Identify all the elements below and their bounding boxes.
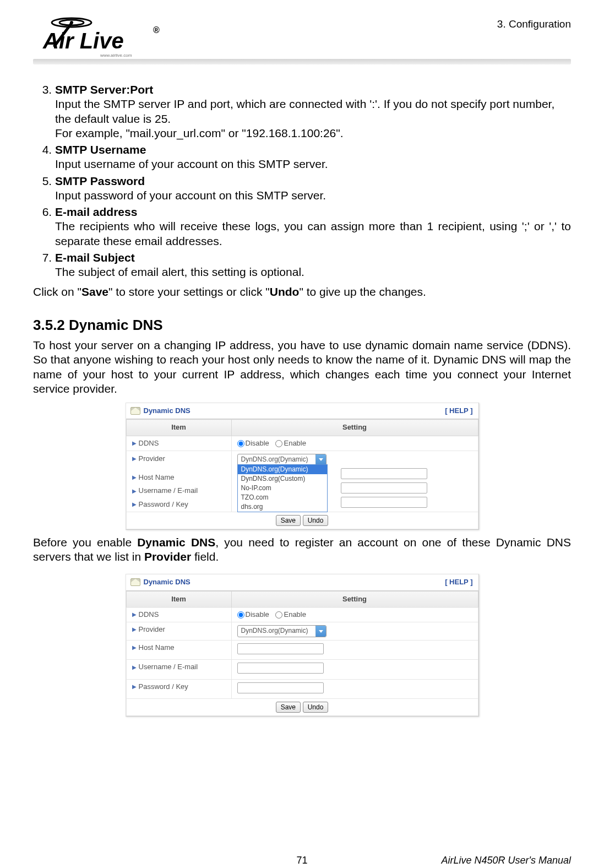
dropdown-arrow-button[interactable] <box>315 454 326 465</box>
mail-icon <box>130 578 140 586</box>
triangle-icon: ▶ <box>132 455 137 463</box>
provider-dropdown[interactable]: DynDNS.org(Dynamic) <box>237 625 327 637</box>
mail-icon <box>130 407 140 415</box>
numbered-list: SMTP Server:Port Input the SMTP server I… <box>33 83 571 279</box>
save-button[interactable]: Save <box>276 702 301 713</box>
username-input[interactable] <box>237 663 324 674</box>
text: " to give up the changes. <box>299 285 426 298</box>
dropdown-option[interactable]: DynDNS.org(Dynamic) <box>238 465 327 474</box>
panel-title: Dynamic DNS <box>144 406 191 415</box>
hostname-input[interactable] <box>237 643 324 654</box>
row-label-ddns: DDNS <box>139 610 159 619</box>
page-number: 71 <box>296 855 307 865</box>
save-bold: Save <box>81 285 108 298</box>
save-button[interactable]: Save <box>276 515 301 526</box>
triangle-icon: ▶ <box>132 474 137 481</box>
triangle-icon: ▶ <box>132 440 137 447</box>
dropdown-option[interactable]: TZO.com <box>238 493 327 502</box>
li-body: The subject of email alert, this setting… <box>55 265 571 279</box>
triangle-icon: ▶ <box>132 488 137 495</box>
li-title: E-mail address <box>55 205 137 218</box>
dropdown-value: DynDNS.org(Dynamic) <box>238 454 315 465</box>
dynamic-dns-panel-closed: Dynamic DNS [ HELP ] Item Setting ▶DDNS … <box>126 574 479 717</box>
text: Click on " <box>33 285 81 298</box>
li-body: Input username of your account on this S… <box>55 157 571 171</box>
dropdown-option[interactable]: dhs.org <box>238 502 327 512</box>
triangle-icon: ▶ <box>132 683 137 691</box>
header-divider <box>33 59 571 64</box>
help-link[interactable]: [ HELP ] <box>445 578 472 587</box>
svg-text:www.airlive.com: www.airlive.com <box>100 53 132 58</box>
bold-text: Provider <box>144 550 191 563</box>
row-label-provider: Provider <box>139 625 165 633</box>
dropdown-option[interactable]: No-IP.com <box>238 484 327 493</box>
undo-bold: Undo <box>270 285 300 298</box>
undo-button[interactable]: Undo <box>303 702 329 713</box>
col-item: Item <box>126 420 231 436</box>
triangle-icon: ▶ <box>132 664 137 671</box>
password-input[interactable] <box>237 682 324 693</box>
radio-disable[interactable] <box>237 611 244 619</box>
list-item: SMTP Server:Port Input the SMTP server I… <box>55 83 571 140</box>
row-label-host: Host Name <box>139 643 175 652</box>
text: Before you enable <box>33 536 137 549</box>
dropdown-option[interactable]: DynDNS.org(Custom) <box>238 474 327 484</box>
dynamic-dns-panel-open: Dynamic DNS [ HELP ] Item Setting ▶DDNS … <box>126 403 479 530</box>
svg-text:®: ® <box>153 25 160 35</box>
intro-paragraph: To host your server on a changing IP add… <box>33 338 571 396</box>
li-title: SMTP Server:Port <box>55 83 153 96</box>
radio-label-enable: Enable <box>284 610 306 619</box>
triangle-icon: ▶ <box>132 501 137 508</box>
section-heading: 3.5.2 Dynamic DNS <box>33 316 571 334</box>
row-label-user: Username / E-mail <box>139 486 198 495</box>
li-body: Input password of your account on this S… <box>55 188 571 203</box>
radio-label-disable: Disable <box>246 610 269 619</box>
row-label-host: Host Name <box>139 473 175 481</box>
save-undo-para: Click on "Save" to store your settings o… <box>33 285 571 299</box>
li-body: For example, "mail.your_url.com" or "192… <box>55 126 571 140</box>
li-title: E-mail Subject <box>55 251 135 264</box>
password-input[interactable] <box>341 497 427 508</box>
svg-text:Air Live: Air Live <box>42 29 124 53</box>
panel-title: Dynamic DNS <box>144 578 191 587</box>
list-item: E-mail Subject The subject of email aler… <box>55 251 571 280</box>
provider-dropdown-list[interactable]: DynDNS.org(Dynamic) DynDNS.org(Custom) N… <box>237 464 328 512</box>
radio-label-disable: Disable <box>246 439 269 447</box>
hostname-input[interactable] <box>341 468 427 479</box>
triangle-icon: ▶ <box>132 611 137 619</box>
col-setting: Setting <box>231 420 478 436</box>
list-item: SMTP Username Input username of your acc… <box>55 143 571 172</box>
dropdown-arrow-button[interactable] <box>315 626 326 637</box>
li-title: SMTP Username <box>55 143 146 156</box>
list-item: SMTP Password Input password of your acc… <box>55 174 571 203</box>
chevron-down-icon <box>319 630 323 633</box>
manual-name: AirLive N450R User's Manual <box>441 855 571 865</box>
chapter-label: 3. Configuration <box>497 18 571 30</box>
username-input[interactable] <box>341 482 427 493</box>
dropdown-value: DynDNS.org(Dynamic) <box>238 626 315 637</box>
li-title: SMTP Password <box>55 175 145 187</box>
airlive-logo: Air Live ® www.airlive.com <box>33 14 176 60</box>
radio-enable[interactable] <box>275 440 282 447</box>
row-label-pass: Password / Key <box>139 682 188 691</box>
before-paragraph: Before you enable Dynamic DNS, you need … <box>33 535 571 565</box>
radio-label-enable: Enable <box>284 439 306 447</box>
bold-text: Dynamic DNS <box>137 536 215 549</box>
help-link[interactable]: [ HELP ] <box>445 406 472 415</box>
radio-enable[interactable] <box>275 611 282 619</box>
col-item: Item <box>126 591 231 607</box>
li-body: The recipients who will receive these lo… <box>55 219 571 248</box>
chevron-down-icon <box>319 458 323 461</box>
undo-button[interactable]: Undo <box>303 515 329 526</box>
row-label-user: Username / E-mail <box>139 663 198 671</box>
radio-disable[interactable] <box>237 440 244 447</box>
text: " to store your settings or click " <box>108 285 270 298</box>
triangle-icon: ▶ <box>132 626 137 633</box>
li-body: Input the SMTP server IP and port, which… <box>55 97 571 126</box>
col-setting: Setting <box>231 591 478 607</box>
row-label-ddns: DDNS <box>139 439 159 447</box>
text: field. <box>191 550 219 563</box>
triangle-icon: ▶ <box>132 644 137 652</box>
row-label-provider: Provider <box>139 454 165 463</box>
list-item: E-mail address The recipients who will r… <box>55 205 571 248</box>
